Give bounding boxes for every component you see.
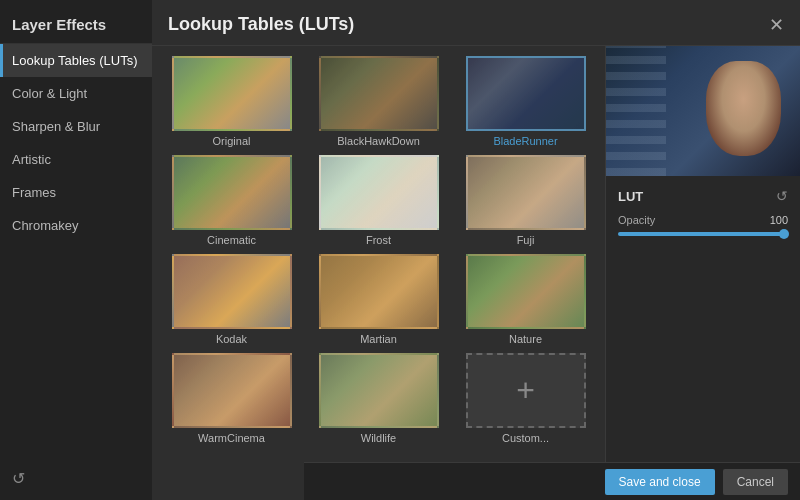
lut-thumb-warmcinema [172,353,292,428]
close-button[interactable]: ✕ [769,16,784,34]
lut-label-frost: Frost [366,234,391,246]
lut-thumb-cinematic [172,155,292,230]
lut-thumb-fuji [466,155,586,230]
lut-thumb-original [172,56,292,131]
content-area: OriginalBlackHawkDownBladeRunnerCinemati… [152,46,800,500]
page-title: Lookup Tables (LUTs) [168,14,354,35]
sidebar-item-lookup-tables[interactable]: Lookup Tables (LUTs) [0,44,152,77]
slider-thumb [779,229,789,239]
cancel-button[interactable]: Cancel [723,469,788,495]
sidebar-bottom: ↺ [0,457,152,500]
face-preview [706,61,781,156]
lut-grid: OriginalBlackHawkDownBladeRunnerCinemati… [152,46,605,500]
lut-thumb-custom: + [466,353,586,428]
lut-item-frost[interactable]: Frost [309,155,448,246]
sidebar-item-sharpen-blur[interactable]: Sharpen & Blur [0,110,152,143]
bottom-bar: Save and close Cancel [304,462,800,500]
sidebar-item-chromakey[interactable]: Chromakey [0,209,152,242]
lut-item-original[interactable]: Original [162,56,301,147]
lut-controls-header: LUT ↺ [618,188,788,204]
lut-item-cinematic[interactable]: Cinematic [162,155,301,246]
lut-label: LUT [618,189,643,204]
sidebar-title: Layer Effects [0,0,152,44]
opacity-value: 100 [770,214,788,226]
lut-label-fuji: Fuji [517,234,535,246]
opacity-row: Opacity 100 [618,214,788,226]
lut-thumb-bladerunner [466,56,586,131]
lut-label-bladerunner: BladeRunner [493,135,557,147]
lut-item-kodak[interactable]: Kodak [162,254,301,345]
lut-label-custom: Custom... [502,432,549,444]
sidebar-nav: Lookup Tables (LUTs)Color & LightSharpen… [0,44,152,242]
lut-item-nature[interactable]: Nature [456,254,595,345]
sidebar: Layer Effects Lookup Tables (LUTs)Color … [0,0,152,500]
lut-thumb-martian [319,254,439,329]
sidebar-item-frames[interactable]: Frames [0,176,152,209]
lut-thumb-blackhawk [319,56,439,131]
lut-controls: LUT ↺ Opacity 100 [606,176,800,500]
lut-item-warmcinema[interactable]: WarmCinema [162,353,301,444]
lut-label-wildlife: Wildlife [361,432,396,444]
lut-thumb-nature [466,254,586,329]
lut-label-original: Original [213,135,251,147]
window-blinds-decoration [606,46,666,176]
lut-item-martian[interactable]: Martian [309,254,448,345]
lut-reset-button[interactable]: ↺ [776,188,788,204]
lut-label-martian: Martian [360,333,397,345]
sidebar-item-color-light[interactable]: Color & Light [0,77,152,110]
sidebar-item-artistic[interactable]: Artistic [0,143,152,176]
lut-label-cinematic: Cinematic [207,234,256,246]
lut-label-warmcinema: WarmCinema [198,432,265,444]
lut-thumb-kodak [172,254,292,329]
lut-thumb-frost [319,155,439,230]
add-custom-lut-icon: + [516,372,535,409]
opacity-slider[interactable] [618,232,788,236]
lut-item-fuji[interactable]: Fuji [456,155,595,246]
opacity-label: Opacity [618,214,655,226]
preview-image [606,46,800,176]
lut-label-nature: Nature [509,333,542,345]
reset-icon[interactable]: ↺ [12,469,25,488]
right-panel: LUT ↺ Opacity 100 [605,46,800,500]
lut-thumb-wildlife [319,353,439,428]
lut-item-wildlife[interactable]: Wildlife [309,353,448,444]
lut-item-custom[interactable]: +Custom... [456,353,595,444]
lut-label-kodak: Kodak [216,333,247,345]
save-close-button[interactable]: Save and close [605,469,715,495]
main-header: Lookup Tables (LUTs) ✕ [152,0,800,46]
lut-item-bladerunner[interactable]: BladeRunner [456,56,595,147]
lut-label-blackhawk: BlackHawkDown [337,135,420,147]
main-panel: Lookup Tables (LUTs) ✕ OriginalBlackHawk… [152,0,800,500]
lut-item-blackhawk[interactable]: BlackHawkDown [309,56,448,147]
